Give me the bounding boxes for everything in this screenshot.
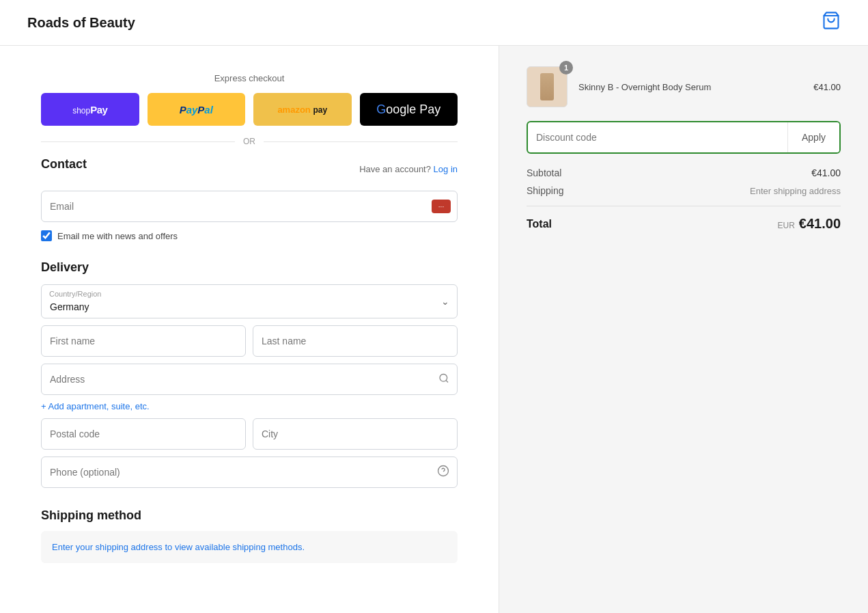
postal-code-input[interactable] <box>41 418 246 450</box>
or-divider: OR <box>41 137 458 146</box>
shoppay-label: shopPay <box>72 104 107 115</box>
postal-city-row <box>41 418 458 450</box>
help-circle-icon[interactable] <box>437 465 449 480</box>
main-layout: Express checkout shopPay PayPal amazon p… <box>0 46 868 613</box>
search-icon <box>438 373 449 386</box>
shipping-method-info: Enter your shipping address to view avai… <box>52 542 305 552</box>
product-image-visual <box>540 73 554 100</box>
subtotal-label: Subtotal <box>527 167 561 178</box>
email-news-label: Email me with news and offers <box>57 231 178 241</box>
email-input[interactable] <box>41 191 458 222</box>
total-amount: €41.00 <box>799 216 841 232</box>
total-label: Total <box>527 218 552 230</box>
phone-wrapper <box>41 457 458 488</box>
express-checkout-label: Express checkout <box>41 73 458 83</box>
paypal-label: PayPal <box>180 104 213 115</box>
shipping-label: Shipping <box>527 185 564 196</box>
discount-code-input[interactable] <box>528 122 782 152</box>
login-link[interactable]: Log in <box>434 164 458 174</box>
product-item: 1 Skinny B - Overnight Body Serum €41.00 <box>527 66 841 107</box>
country-label: Country/Region <box>49 290 101 298</box>
email-news-checkbox[interactable] <box>41 230 52 241</box>
contact-header: Contact Have an account? Log in <box>41 157 458 181</box>
address-input[interactable] <box>41 364 458 395</box>
left-panel: Express checkout shopPay PayPal amazon p… <box>0 46 499 613</box>
ellipsis-icon: ··· <box>438 203 444 210</box>
email-wrapper: ··· <box>41 191 458 222</box>
country-select[interactable]: Germany <box>41 284 458 318</box>
svg-line-2 <box>446 381 448 383</box>
total-row: Total EUR €41.00 <box>527 206 841 232</box>
shipping-row: Shipping Enter shipping address <box>527 185 841 196</box>
delivery-section: Delivery Country/Region Germany ⌄ <box>41 260 458 488</box>
name-row <box>41 325 458 357</box>
product-image-wrapper: 1 <box>527 66 568 107</box>
amazonpay-button[interactable]: amazon pay <box>253 93 352 126</box>
last-name-input[interactable] <box>253 325 458 357</box>
total-currency: EUR <box>777 221 794 230</box>
email-autofill-button[interactable]: ··· <box>432 200 451 213</box>
gpay-label: Google Pay <box>376 103 440 117</box>
right-panel: 1 Skinny B - Overnight Body Serum €41.00… <box>499 46 868 613</box>
discount-code-row: Apply <box>527 121 841 154</box>
amazonpay-label: amazon pay <box>277 105 327 115</box>
express-checkout-section: Express checkout shopPay PayPal amazon p… <box>41 73 458 146</box>
apply-discount-button[interactable]: Apply <box>787 122 839 152</box>
shipping-value: Enter shipping address <box>750 186 841 196</box>
delivery-title: Delivery <box>41 260 89 274</box>
shoppay-button[interactable]: shopPay <box>41 93 139 126</box>
gpay-button[interactable]: Google Pay <box>360 93 458 126</box>
subtotal-row: Subtotal €41.00 <box>527 167 841 178</box>
svg-point-1 <box>440 374 447 382</box>
total-value: EUR €41.00 <box>777 216 841 232</box>
shipping-method-section: Shipping method Enter your shipping addr… <box>41 508 458 563</box>
quantity-badge: 1 <box>559 61 573 74</box>
first-name-input[interactable] <box>41 325 246 357</box>
login-prompt: Have an account? Log in <box>359 164 458 174</box>
phone-input[interactable] <box>41 457 458 488</box>
paypal-button[interactable]: PayPal <box>148 93 246 126</box>
shipping-method-title: Shipping method <box>41 508 141 522</box>
shipping-method-box: Enter your shipping address to view avai… <box>41 531 458 563</box>
contact-section: Contact Have an account? Log in ··· Emai… <box>41 157 458 241</box>
city-input[interactable] <box>253 418 458 450</box>
cart-icon[interactable] <box>822 11 841 34</box>
site-title: Roads of Beauty <box>27 15 135 31</box>
email-news-row: Email me with news and offers <box>41 230 458 241</box>
add-apartment-link[interactable]: + Add apartment, suite, etc. <box>41 401 150 411</box>
country-select-wrapper: Country/Region Germany ⌄ <box>41 284 458 318</box>
svg-point-3 <box>438 466 449 476</box>
product-name: Skinny B - Overnight Body Serum <box>578 82 802 92</box>
express-checkout-buttons: shopPay PayPal amazon pay Google Pay <box>41 93 458 126</box>
contact-title: Contact <box>41 157 87 172</box>
header: Roads of Beauty <box>0 0 868 46</box>
product-price: €41.00 <box>813 82 841 92</box>
address-wrapper <box>41 364 458 395</box>
subtotal-value: €41.00 <box>811 167 841 178</box>
